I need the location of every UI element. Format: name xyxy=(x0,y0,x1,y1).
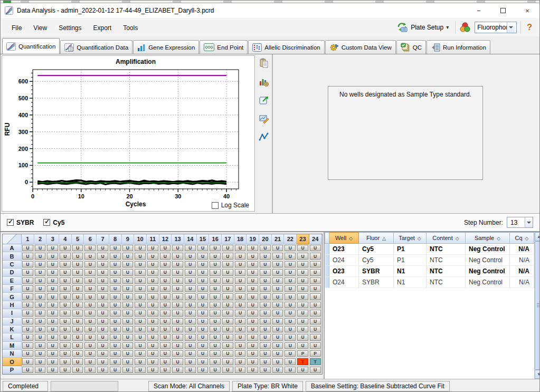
well-E7[interactable]: U xyxy=(97,278,108,284)
well-M19[interactable]: U xyxy=(247,342,258,349)
well-I21[interactable]: U xyxy=(272,310,283,316)
well-K19[interactable]: U xyxy=(247,326,258,332)
well-J20[interactable]: U xyxy=(260,318,271,324)
well-A6[interactable]: U xyxy=(84,245,96,251)
well-J17[interactable]: U xyxy=(222,318,233,324)
well-O20[interactable]: U xyxy=(260,358,271,365)
plate-row-header-F[interactable]: F xyxy=(3,285,22,293)
well-L22[interactable]: U xyxy=(285,334,296,340)
well-C3[interactable]: U xyxy=(47,261,58,267)
well-J10[interactable]: U xyxy=(135,318,146,324)
well-L24[interactable]: U xyxy=(310,334,321,340)
tab-custom-data-view[interactable]: Custom Data View xyxy=(325,40,396,54)
well-K13[interactable]: U xyxy=(172,326,183,332)
well-H8[interactable]: U xyxy=(110,302,121,308)
well-J16[interactable]: U xyxy=(210,318,221,324)
well-O12[interactable]: U xyxy=(160,358,171,365)
well-J22[interactable]: U xyxy=(285,318,296,324)
well-O15[interactable]: U xyxy=(197,358,209,365)
well-L4[interactable]: U xyxy=(60,334,71,340)
well-M24[interactable]: U xyxy=(310,342,321,349)
well-M11[interactable]: U xyxy=(147,342,158,349)
well-D19[interactable]: U xyxy=(247,269,258,275)
well-C1[interactable]: U xyxy=(22,261,33,267)
well-N9[interactable]: U xyxy=(122,350,134,357)
well-F7[interactable]: U xyxy=(97,285,108,292)
well-P20[interactable]: U xyxy=(260,367,271,373)
well-G3[interactable]: U xyxy=(47,293,58,300)
well-B10[interactable]: U xyxy=(135,253,146,259)
well-H4[interactable]: U xyxy=(60,302,71,308)
well-J19[interactable]: U xyxy=(247,318,258,324)
well-J8[interactable]: U xyxy=(110,318,121,324)
well-H16[interactable]: U xyxy=(210,302,221,308)
well-G4[interactable]: U xyxy=(60,293,71,300)
well-G20[interactable]: U xyxy=(260,293,271,300)
well-F12[interactable]: U xyxy=(160,285,171,292)
plate-column-header-3[interactable]: 3 xyxy=(46,234,59,244)
well-H10[interactable]: U xyxy=(135,302,146,308)
well-E20[interactable]: U xyxy=(260,278,271,284)
tab-gene-expression[interactable]: Gene Expression xyxy=(133,40,199,54)
well-D23[interactable]: U xyxy=(297,269,308,275)
well-A20[interactable]: U xyxy=(260,245,271,251)
well-C22[interactable]: U xyxy=(285,261,296,267)
well-E22[interactable]: U xyxy=(285,278,296,284)
cy5-checkbox[interactable] xyxy=(43,219,50,226)
well-M12[interactable]: U xyxy=(160,342,171,349)
well-D7[interactable]: U xyxy=(97,269,108,275)
well-A12[interactable]: U xyxy=(160,245,171,251)
well-J9[interactable]: U xyxy=(122,318,134,324)
plate-column-header-14[interactable]: 14 xyxy=(184,234,197,244)
well-M2[interactable]: U xyxy=(35,342,46,349)
well-A7[interactable]: U xyxy=(97,245,108,251)
well-N15[interactable]: U xyxy=(197,350,209,357)
plate-column-header-2[interactable]: 2 xyxy=(34,234,47,244)
well-F3[interactable]: U xyxy=(47,285,58,292)
well-F23[interactable]: U xyxy=(297,285,308,292)
well-G23[interactable]: U xyxy=(297,293,308,300)
well-E12[interactable]: U xyxy=(160,278,171,284)
well-J7[interactable]: U xyxy=(97,318,108,324)
well-H11[interactable]: U xyxy=(147,302,158,308)
well-A1[interactable]: U xyxy=(22,245,33,251)
well-C24[interactable]: U xyxy=(310,261,321,267)
export-chart-button[interactable] xyxy=(258,95,270,107)
well-H3[interactable]: U xyxy=(47,302,58,308)
scroll-up-button[interactable]: ▲ xyxy=(535,232,540,241)
well-K22[interactable]: U xyxy=(285,326,296,332)
well-F2[interactable]: U xyxy=(35,285,46,292)
well-I1[interactable]: U xyxy=(22,310,33,316)
well-O24[interactable]: T xyxy=(310,358,321,365)
well-L6[interactable]: U xyxy=(84,334,96,340)
well-C9[interactable]: U xyxy=(122,261,134,267)
plate-setup-button[interactable]: Plate Setup ▾ xyxy=(394,21,451,34)
well-F14[interactable]: U xyxy=(185,285,196,292)
well-F13[interactable]: U xyxy=(172,285,183,292)
well-F8[interactable]: U xyxy=(110,285,121,292)
well-N23[interactable]: P xyxy=(297,350,308,357)
chart-settings-button[interactable] xyxy=(258,77,270,89)
well-N1[interactable]: U xyxy=(22,350,33,357)
well-O10[interactable]: U xyxy=(135,358,146,365)
well-P11[interactable]: U xyxy=(147,367,158,373)
well-P6[interactable]: U xyxy=(84,367,96,373)
plate-row-header-L[interactable]: L xyxy=(3,333,22,341)
well-N4[interactable]: U xyxy=(60,350,71,357)
well-I11[interactable]: U xyxy=(147,310,158,316)
well-F22[interactable]: U xyxy=(285,285,296,292)
menu-file[interactable]: File xyxy=(6,22,27,34)
well-M18[interactable]: U xyxy=(235,342,246,349)
well-K21[interactable]: U xyxy=(272,326,283,332)
well-K24[interactable]: U xyxy=(310,326,321,332)
well-P7[interactable]: U xyxy=(97,367,108,373)
well-K20[interactable]: U xyxy=(260,326,271,332)
plate-row-header-M[interactable]: M xyxy=(3,342,22,350)
well-table-row-2[interactable]: O24Cy5P1NTCNeg ControlN/A xyxy=(325,255,534,266)
well-E24[interactable]: U xyxy=(310,278,321,284)
well-P14[interactable]: U xyxy=(185,367,196,373)
scrollbar-track[interactable] xyxy=(535,241,540,370)
well-M22[interactable]: U xyxy=(285,342,296,349)
well-O23[interactable]: T xyxy=(297,358,308,365)
close-button[interactable]: × xyxy=(515,3,539,18)
